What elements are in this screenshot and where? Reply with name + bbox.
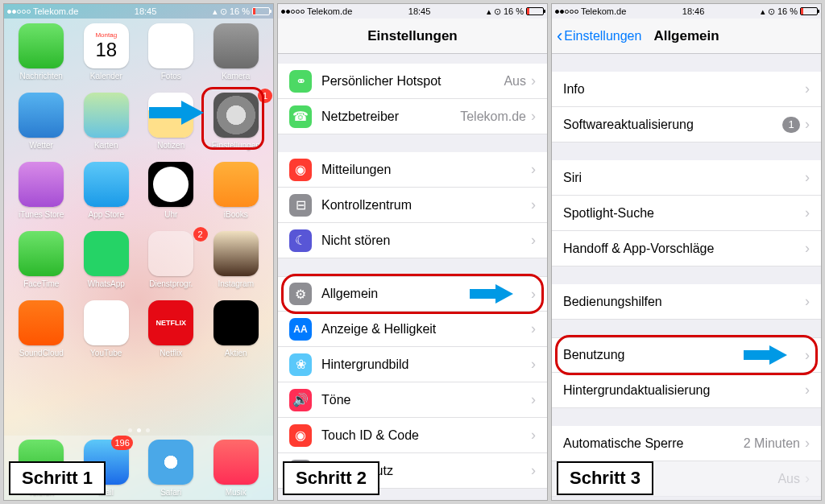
app-netflix[interactable]: NETFLIXNetflix: [139, 300, 204, 370]
step-3-label: Schritt 3: [557, 461, 653, 495]
arrow-to-settings: [149, 99, 205, 126]
svg-marker-1: [470, 284, 513, 304]
row-info[interactable]: Info›: [552, 72, 821, 107]
row-background-refresh[interactable]: Hintergrundaktualisierung›: [552, 373, 821, 408]
status-bar: Telekom.de 18:45 ▴ ⊙ 16 %: [278, 4, 547, 19]
row-autolock[interactable]: Automatische Sperre2 Minuten›: [552, 426, 821, 461]
row-control-center[interactable]: ⊟Kontrollzentrum›: [278, 188, 547, 223]
chevron-right-icon: ›: [531, 232, 536, 249]
alarm-icon: ⊙: [768, 6, 775, 17]
row-sounds[interactable]: 🔊Töne›: [278, 382, 547, 418]
app-appstore[interactable]: App Store: [74, 162, 139, 231]
row-spotlight[interactable]: Spotlight-Suche›: [552, 196, 821, 231]
wallpaper-icon: ❀: [289, 353, 312, 376]
row-carrier[interactable]: ☎NetzbetreiberTelekom.de›: [278, 99, 547, 134]
chevron-right-icon: ›: [531, 196, 536, 213]
chevron-right-icon: ›: [531, 356, 536, 373]
chevron-right-icon: ›: [531, 161, 536, 178]
chevron-right-icon: ›: [805, 293, 810, 310]
app-youtube[interactable]: YouTube: [74, 300, 139, 370]
app-calendar[interactable]: Montag18Kalender: [74, 23, 139, 93]
gear-icon: ⚙: [289, 283, 312, 305]
app-clock[interactable]: Uhr: [139, 162, 204, 231]
step-1-label: Schritt 1: [9, 461, 106, 495]
chevron-right-icon: ›: [531, 320, 536, 337]
battery-pct: 16 %: [504, 6, 524, 16]
svg-marker-0: [149, 101, 204, 125]
chevron-right-icon: ›: [805, 347, 810, 364]
chevron-right-icon: ›: [531, 427, 536, 444]
notifications-icon: ◉: [289, 159, 312, 181]
chevron-right-icon: ›: [531, 391, 536, 408]
back-button[interactable]: ‹Einstellungen: [557, 27, 641, 45]
nav-bar: Einstellungen: [278, 19, 547, 54]
row-wallpaper[interactable]: ❀Hintergrundbild›: [278, 347, 547, 382]
row-siri[interactable]: Siri›: [552, 160, 821, 196]
app-utilities-folder[interactable]: 2Dienstprogr.: [139, 231, 204, 300]
row-touchid[interactable]: ◉Touch ID & Code›: [278, 418, 547, 453]
arrow-to-usage: [744, 344, 789, 366]
row-dnd[interactable]: ☾Nicht stören›: [278, 223, 547, 258]
status-time: 18:46: [682, 6, 705, 16]
app-messages[interactable]: Nachrichten: [9, 23, 74, 93]
panel-step-3: Telekom.de 18:46 ▴ ⊙ 16 % ‹Einstellungen…: [551, 3, 822, 501]
home-screen: Telekom.de 18:45 ▴ ⊙ 16 % Nachrichten Mo…: [4, 4, 273, 500]
status-bar: Telekom.de 18:46 ▴ ⊙ 16 %: [552, 4, 821, 19]
nav-bar: ‹Einstellungen Allgemein: [552, 19, 821, 54]
arrow-to-general: [470, 283, 515, 305]
chevron-right-icon: ›: [805, 435, 810, 452]
row-software-update[interactable]: Softwareaktualisierung1›: [552, 107, 821, 143]
app-itunes[interactable]: iTunes Store: [9, 162, 74, 231]
chevron-right-icon: ›: [805, 81, 810, 97]
row-display[interactable]: AAAnzeige & Helligkeit›: [278, 312, 547, 347]
chevron-right-icon: ›: [531, 72, 536, 89]
panel-step-2: Telekom.de 18:45 ▴ ⊙ 16 % Einstellungen …: [277, 3, 548, 501]
signal-dots-icon: [281, 10, 305, 14]
chevron-right-icon: ›: [531, 286, 536, 303]
app-soundcloud[interactable]: SoundCloud: [9, 300, 74, 370]
app-photos[interactable]: Fotos: [139, 23, 204, 93]
hotspot-icon: ⚭: [289, 70, 312, 93]
chevron-right-icon: ›: [805, 240, 810, 257]
panel-step-1: Telekom.de 18:45 ▴ ⊙ 16 % Nachrichten Mo…: [3, 3, 274, 501]
battery-icon: [252, 7, 270, 15]
app-facetime[interactable]: FaceTime: [9, 231, 74, 300]
alarm-icon: ⊙: [220, 6, 227, 17]
status-time: 18:45: [135, 6, 157, 16]
nav-title: Einstellungen: [367, 28, 457, 44]
status-time: 18:45: [408, 6, 431, 16]
row-accessibility[interactable]: Bedienungshilfen›: [552, 284, 821, 320]
chevron-left-icon: ‹: [557, 27, 562, 45]
carrier-label: Telekom.de: [581, 6, 626, 16]
dock-music[interactable]: Musik: [214, 440, 259, 497]
carrier-label: Telekom.de: [307, 6, 352, 16]
battery-pct: 16 %: [777, 6, 798, 16]
alarm-icon: ⊙: [494, 6, 501, 17]
nav-title: Allgemein: [653, 28, 719, 44]
row-handoff[interactable]: Handoff & App-Vorschläge›: [552, 231, 821, 266]
page-indicator[interactable]: [4, 428, 273, 432]
control-center-icon: ⊟: [289, 194, 312, 217]
dock-safari[interactable]: Safari: [148, 440, 193, 497]
row-hotspot[interactable]: ⚭Persönlicher HotspotAus›: [278, 64, 547, 99]
app-ibooks[interactable]: iBooks: [204, 162, 269, 231]
app-settings[interactable]: 1Einstellungen: [204, 93, 269, 162]
location-icon: ▴: [487, 6, 491, 17]
chevron-right-icon: ›: [531, 108, 536, 125]
settings-list[interactable]: ⚭Persönlicher HotspotAus› ☎Netzbetreiber…: [278, 54, 547, 500]
app-camera[interactable]: Kamera: [204, 23, 269, 93]
app-instagram[interactable]: Instagram: [204, 231, 269, 300]
app-stocks[interactable]: Aktien: [204, 300, 269, 370]
app-whatsapp[interactable]: WhatsApp: [74, 231, 139, 300]
display-icon: AA: [289, 318, 312, 341]
app-weather[interactable]: Wetter: [9, 93, 74, 162]
chevron-right-icon: ›: [805, 169, 810, 186]
settings-badge: 1: [258, 89, 272, 103]
sounds-icon: 🔊: [289, 389, 312, 411]
general-list[interactable]: Info› Softwareaktualisierung1› Siri› Spo…: [552, 54, 821, 500]
battery-icon: [800, 7, 818, 15]
mail-badge: 196: [111, 436, 132, 450]
row-notifications[interactable]: ◉Mitteilungen›: [278, 152, 547, 188]
chevron-right-icon: ›: [805, 470, 810, 487]
app-maps[interactable]: Karten: [74, 93, 139, 162]
